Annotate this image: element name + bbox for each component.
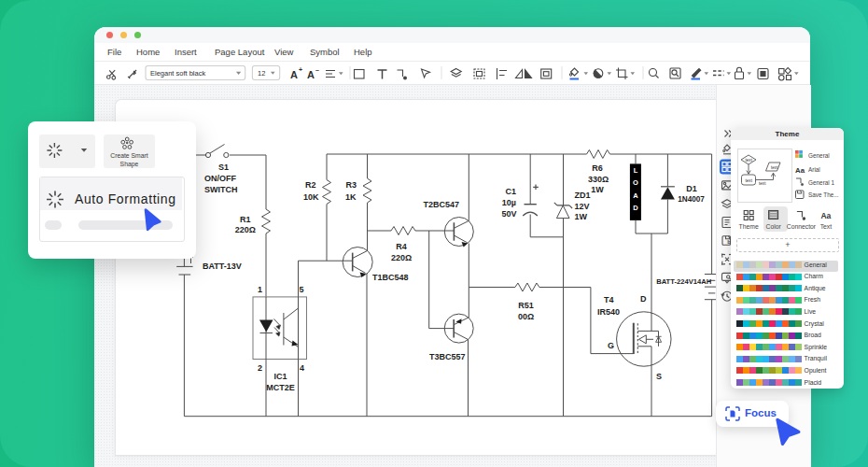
svg-text:ON/OFF: ON/OFF [204,174,236,183]
svg-text:10µ: 10µ [502,198,516,207]
svg-text:L: L [634,166,638,175]
svg-text:text: text [745,158,752,163]
svg-text:2: 2 [258,363,262,373]
svg-text:R51: R51 [518,301,534,310]
svg-text:1W: 1W [591,185,604,194]
svg-text:SWITCH: SWITCH [204,185,238,194]
svg-text:R6: R6 [592,163,603,173]
svg-text:T3BC557: T3BC557 [429,352,466,361]
svg-text:50V: 50V [501,209,516,219]
svg-text:5: 5 [300,285,304,294]
svg-text:Aa: Aa [820,211,831,220]
svg-text:IC1: IC1 [273,372,287,381]
svg-text:1K: 1K [345,192,357,202]
svg-text:R2: R2 [305,180,316,190]
svg-text:220Ω: 220Ω [235,225,256,234]
svg-text:BATT-13V: BATT-13V [203,262,242,271]
svg-text:R1: R1 [240,215,251,224]
svg-text:Aa: Aa [795,166,805,175]
svg-text:IR540: IR540 [597,307,620,317]
svg-text:BATT-224V14AH: BATT-224V14AH [656,277,711,286]
svg-text:Theme: Theme [739,223,759,230]
svg-text:C1: C1 [505,187,516,196]
svg-text:A: A [633,191,638,200]
svg-text:1N4007: 1N4007 [678,195,705,204]
svg-text:General 1: General 1 [808,179,835,186]
svg-text:1: 1 [258,285,262,294]
svg-text:R4: R4 [396,242,407,251]
svg-text:Save The...: Save The... [808,191,839,198]
svg-text:O: O [633,178,638,187]
svg-text:12V: 12V [575,202,590,211]
svg-text:D1: D1 [686,184,697,193]
svg-text:00Ω: 00Ω [518,312,534,321]
svg-text:1W: 1W [575,212,588,221]
svg-text:T1BC548: T1BC548 [372,273,409,282]
svg-text:220Ω: 220Ω [391,253,412,262]
svg-text:ZD1: ZD1 [575,191,591,200]
svg-text:text: text [759,181,766,186]
svg-text:4: 4 [300,363,304,373]
svg-text:T2BC547: T2BC547 [424,200,460,209]
svg-text:330Ω: 330Ω [588,175,609,184]
svg-text:Text: Text [820,223,833,230]
svg-text:text: text [745,177,752,182]
svg-text:General: General [808,152,830,159]
svg-text:T4: T4 [604,295,614,304]
svg-text:Connector: Connector [787,223,817,230]
svg-text:text: text [771,165,778,170]
svg-text:G: G [608,341,614,350]
svg-text:S: S [656,372,662,381]
svg-text:10K: 10K [303,192,319,202]
svg-text:Arial: Arial [808,166,820,173]
svg-text:D: D [640,294,647,304]
svg-text:D: D [633,204,638,212]
svg-text:R3: R3 [345,180,357,190]
svg-text:MCT2E: MCT2E [266,383,295,392]
svg-text:S1: S1 [218,163,229,172]
svg-text:Color: Color [765,223,781,230]
